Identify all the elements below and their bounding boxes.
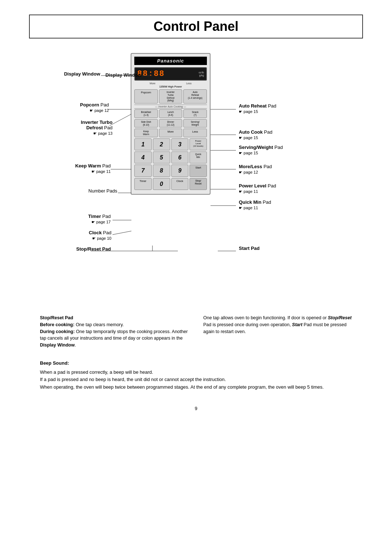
btn-row-5: 1 2 3 PowerLevel(10 levels)	[134, 138, 207, 150]
popcorn-pad-ann: Popcorn Pad ☛ page 12	[80, 102, 109, 113]
serving-weight-btn[interactable]: Serving/Weight	[183, 119, 207, 128]
display-more-less: More Less	[134, 82, 207, 85]
breakfast-btn[interactable]: Breakfast(1-3)	[134, 109, 158, 118]
btn-0[interactable]: 0	[153, 178, 170, 190]
display-window-ref: Display Window	[40, 343, 75, 348]
start-pad-desc: One tap allows oven to begin functioning…	[203, 315, 352, 334]
btn-6[interactable]: 6	[171, 151, 189, 163]
stop-reset-title: Stop/Reset Pad	[40, 315, 73, 320]
desc-row: Stop/Reset Pad Before cooking: One tap c…	[40, 315, 352, 349]
stop-reset-ann: Stop/Reset Pad	[76, 246, 111, 252]
display-window: 88:88 oz/lb g/kg	[134, 67, 207, 81]
btn-5[interactable]: 5	[153, 151, 170, 163]
during-cooking-label: During cooking:	[40, 329, 75, 334]
less-btn[interactable]: Less	[183, 129, 207, 137]
keep-warm-ann: Keep Warm Pad ☛ page 11	[75, 163, 111, 174]
beep-sound-title: Beep Sound:	[40, 360, 352, 367]
btn-row-1: Popcorn InverterTurboDefrost(lb/kg) Auto…	[134, 89, 207, 104]
page-number: 9	[29, 406, 363, 411]
clock-pad-ann: Clock Pad ☛ page 10	[89, 230, 111, 241]
more-less-ann: More/Less Pad ☛ page 12	[239, 164, 272, 175]
dinner-btn[interactable]: Dinner(11-12)	[159, 119, 183, 128]
btn-8[interactable]: 8	[153, 165, 170, 177]
beep-line-1: When a pad is pressed correctly, a beep …	[40, 369, 352, 376]
clock-btn[interactable]: Clock	[171, 178, 189, 190]
diagram-area: Panasonic 88:88 oz/lb g/kg More Less 135…	[29, 53, 363, 307]
desc-section: Stop/Reset Pad Before cooking: One tap c…	[40, 315, 352, 349]
brand-logo: Panasonic	[134, 57, 207, 65]
display-window-ann: Display Window	[64, 71, 100, 77]
panel-wrapper: Panasonic 88:88 oz/lb g/kg More Less 135…	[40, 53, 352, 307]
microwave-panel: Panasonic 88:88 oz/lb g/kg More Less 135…	[131, 53, 211, 195]
timer-btn[interactable]: Timer	[134, 178, 152, 190]
more-btn[interactable]: More	[159, 129, 183, 137]
btn-row-2: Breakfast(1-3) Lunch(4-6) Snack(7)	[134, 109, 207, 118]
number-pads-ann: Number Pads	[89, 188, 117, 194]
btn-4[interactable]: 4	[134, 151, 152, 163]
serving-weight-ann: Serving/Weight Pad ☛ page 15	[239, 145, 283, 155]
popcorn-btn[interactable]: Popcorn	[134, 89, 158, 104]
start-pad-ann: Start Pad	[239, 246, 260, 251]
desc-col-right: One tap allows oven to begin functioning…	[203, 315, 352, 349]
snack-btn[interactable]: Snack(7)	[183, 109, 207, 118]
btn-row-7: 7 8 9 Start	[134, 165, 207, 177]
display-units: oz/lb g/kg	[199, 71, 204, 77]
btn-row-4: KeepWarm More Less	[134, 129, 207, 137]
start-btn[interactable]: Start	[189, 165, 207, 177]
quick-min-btn[interactable]: QuickMin	[189, 151, 207, 163]
auto-cook-ann: Auto Cook Pad ☛ page 15	[239, 129, 272, 140]
beep-line-2: If a pad is pressed and no beep is heard…	[40, 376, 352, 384]
before-cooking-text: One tap clears memory.	[74, 322, 124, 327]
before-cooking-label: Before cooking:	[40, 322, 74, 327]
svg-line-2	[110, 114, 131, 126]
lunch-btn[interactable]: Lunch(4-6)	[159, 109, 183, 118]
stop-reset-btn[interactable]: Stop/Reset	[189, 178, 207, 190]
inverter-turbo-ann: Inverter Turbo Defrost Pad ☛ page 13	[81, 119, 113, 136]
btn-3[interactable]: 3	[171, 138, 189, 150]
btn-row-8: Timer 0 Clock Stop/Reset	[134, 178, 207, 190]
display-power: 1350W High Power	[134, 85, 207, 88]
keep-warm-btn[interactable]: KeepWarm	[134, 129, 158, 137]
svg-line-6	[113, 231, 131, 235]
beep-section: Beep Sound: When a pad is pressed correc…	[40, 360, 352, 391]
auto-reheat-btn[interactable]: AutoReheat(1-4 servings)	[183, 89, 207, 104]
btn-row-6: 4 5 6 QuickMin	[134, 151, 207, 163]
inverter-auto-cooking-label: — Inverter Auto Cooking —	[134, 105, 207, 109]
quick-min-ann: Quick Min Pad ☛ page 11	[239, 199, 271, 210]
power-level-ann: Power Level Pad ☛ page 11	[239, 183, 276, 194]
auto-reheat-ann: Auto Reheat Pad ☛ page 15	[239, 103, 276, 114]
btn-7[interactable]: 7	[134, 165, 152, 177]
btn-9[interactable]: 9	[171, 165, 189, 177]
desc-col-left: Stop/Reset Pad Before cooking: One tap c…	[40, 315, 189, 349]
btn-row-3: Side Dish(8-10) Dinner(11-12) Serving/We…	[134, 119, 207, 128]
btn-2[interactable]: 2	[153, 138, 170, 150]
page-title-box: Control Panel	[29, 15, 363, 39]
page-title: Control Panel	[44, 19, 348, 34]
display-window-label: Display Window	[105, 72, 142, 78]
btn-1[interactable]: 1	[134, 138, 152, 150]
beep-line-3: When operating, the oven will beep twice…	[40, 384, 352, 391]
side-dish-btn[interactable]: Side Dish(8-10)	[134, 119, 158, 128]
inverter-turbo-btn[interactable]: InverterTurboDefrost(lb/kg)	[159, 89, 183, 104]
timer-pad-ann: Timer Pad ☛ page 17	[88, 214, 111, 224]
power-level-btn[interactable]: PowerLevel(10 levels)	[189, 138, 207, 150]
